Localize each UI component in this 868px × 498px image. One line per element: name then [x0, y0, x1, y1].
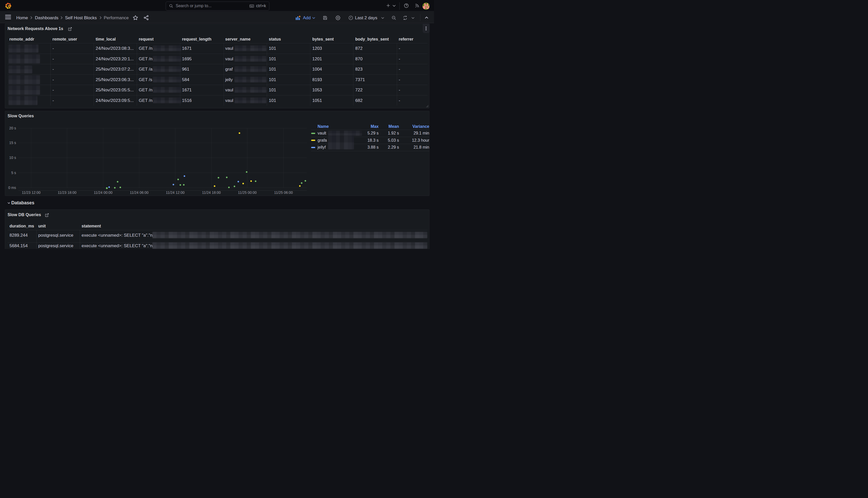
svg-text:11/24 18:00: 11/24 18:00 — [202, 191, 221, 195]
svg-text:20 s: 20 s — [9, 126, 16, 130]
svg-text:11/25 00:00: 11/25 00:00 — [238, 191, 257, 195]
svg-text:11/24 12:00: 11/24 12:00 — [166, 191, 185, 195]
svg-text:15 s: 15 s — [9, 141, 16, 145]
svg-text:11/23 12:00: 11/23 12:00 — [22, 191, 41, 195]
svg-text:5 s: 5 s — [11, 171, 16, 175]
svg-text:11/24 06:00: 11/24 06:00 — [130, 191, 149, 195]
svg-text:11/25 06:00: 11/25 06:00 — [274, 191, 293, 195]
svg-text:10 s: 10 s — [9, 156, 16, 160]
svg-text:0 ms: 0 ms — [8, 186, 16, 190]
svg-text:11/24 00:00: 11/24 00:00 — [94, 191, 112, 195]
svg-text:11/23 18:00: 11/23 18:00 — [58, 191, 77, 195]
